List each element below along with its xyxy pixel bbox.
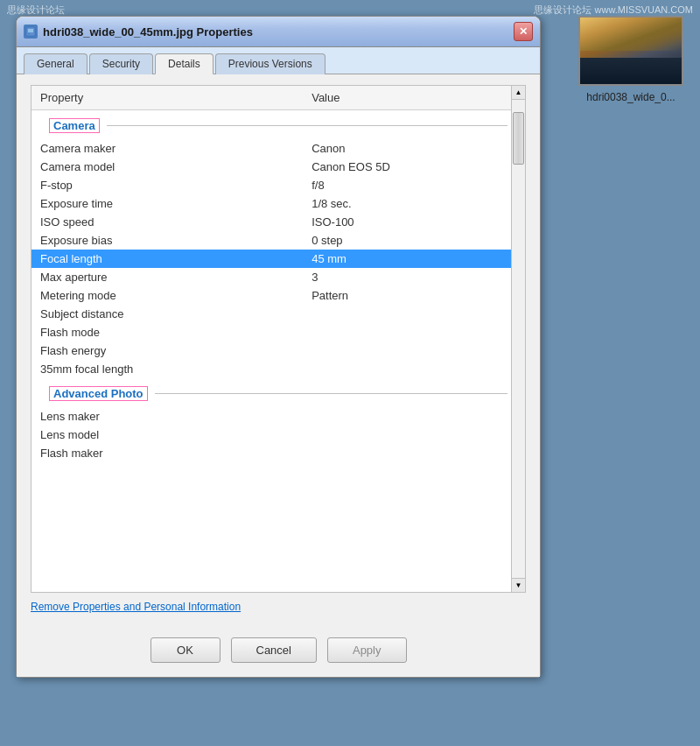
apply-button[interactable]: Apply bbox=[327, 637, 407, 663]
prop-name: Flash mode bbox=[32, 323, 303, 341]
prop-value: ISO-100 bbox=[303, 213, 525, 231]
table-row[interactable]: Advanced Photo bbox=[32, 378, 525, 407]
watermark-right: 思缘设计论坛 www.MISSVUAN.COM bbox=[534, 4, 693, 17]
scrollbar-thumb[interactable] bbox=[513, 112, 524, 165]
table-row[interactable]: Lens model bbox=[32, 426, 525, 444]
prop-name: ISO speed bbox=[32, 213, 303, 231]
prop-name: F-stop bbox=[32, 176, 303, 194]
dialog-icon bbox=[24, 25, 38, 39]
dialog-body: Property Value Camera Camera maker Canon… bbox=[17, 74, 540, 627]
section-header-label: Camera bbox=[49, 118, 100, 133]
prop-value: 3 bbox=[303, 268, 525, 286]
table-row[interactable]: Camera maker Canon bbox=[32, 139, 525, 158]
properties-dialog: hdri038_wide_00_45mm.jpg Properties ✕ Ge… bbox=[16, 16, 541, 678]
section-header-label: Advanced Photo bbox=[49, 386, 148, 401]
props-table-wrapper: Property Value Camera Camera maker Canon… bbox=[32, 86, 525, 592]
prop-name: Lens model bbox=[32, 426, 303, 444]
prop-value: Canon bbox=[303, 139, 525, 158]
table-row[interactable]: Flash mode bbox=[32, 323, 525, 341]
tab-previous-versions[interactable]: Previous Versions bbox=[215, 53, 326, 74]
prop-name: Lens maker bbox=[32, 407, 303, 426]
prop-value bbox=[303, 323, 525, 341]
svg-rect-2 bbox=[28, 33, 30, 34]
tab-details[interactable]: Details bbox=[155, 53, 214, 74]
thumbnail-image bbox=[578, 16, 683, 86]
prop-name: Flash maker bbox=[32, 444, 303, 462]
table-row[interactable]: Camera model Canon EOS 5D bbox=[32, 158, 525, 176]
prop-value bbox=[303, 341, 525, 360]
prop-value bbox=[303, 407, 525, 426]
close-button[interactable]: ✕ bbox=[514, 22, 533, 41]
title-bar: hdri038_wide_00_45mm.jpg Properties ✕ bbox=[17, 17, 540, 47]
prop-name: Focal length bbox=[32, 250, 303, 268]
col-header-property: Property bbox=[32, 86, 303, 110]
scrollbar[interactable]: ▲ ▼ bbox=[511, 86, 525, 592]
table-row[interactable]: Exposure time 1/8 sec. bbox=[32, 194, 525, 213]
prop-value bbox=[303, 305, 525, 323]
table-row[interactable]: Focal length 45 mm bbox=[32, 250, 525, 268]
prop-name: Exposure time bbox=[32, 194, 303, 213]
prop-value bbox=[303, 444, 525, 462]
table-row[interactable]: Lens maker bbox=[32, 407, 525, 426]
ok-button[interactable]: OK bbox=[150, 637, 220, 663]
prop-name: 35mm focal length bbox=[32, 360, 303, 378]
tab-bar: General Security Details Previous Versio… bbox=[17, 47, 540, 74]
table-row[interactable]: 35mm focal length bbox=[32, 360, 525, 378]
scrollbar-up-button[interactable]: ▲ bbox=[512, 86, 525, 100]
button-area: OK Cancel Apply bbox=[17, 627, 540, 677]
tab-security[interactable]: Security bbox=[89, 53, 153, 74]
table-row[interactable]: Exposure bias 0 step bbox=[32, 231, 525, 250]
svg-rect-1 bbox=[28, 29, 33, 32]
prop-value: f/8 bbox=[303, 176, 525, 194]
table-row[interactable]: Flash maker bbox=[32, 444, 525, 462]
table-row[interactable]: Max aperture 3 bbox=[32, 268, 525, 286]
table-row[interactable]: Subject distance bbox=[32, 305, 525, 323]
table-row[interactable]: F-stop f/8 bbox=[32, 176, 525, 194]
properties-container: Property Value Camera Camera maker Canon… bbox=[31, 85, 526, 593]
table-row[interactable]: Metering mode Pattern bbox=[32, 286, 525, 305]
prop-value: 0 step bbox=[303, 231, 525, 250]
watermark-left: 思缘设计论坛 bbox=[7, 4, 65, 17]
prop-name: Camera model bbox=[32, 158, 303, 176]
prop-name: Max aperture bbox=[32, 268, 303, 286]
prop-value: Canon EOS 5D bbox=[303, 158, 525, 176]
properties-table: Property Value Camera Camera maker Canon… bbox=[32, 86, 525, 462]
prop-value bbox=[303, 426, 525, 444]
prop-value: 1/8 sec. bbox=[303, 194, 525, 213]
prop-name: Metering mode bbox=[32, 286, 303, 305]
table-row[interactable]: Flash energy bbox=[32, 341, 525, 360]
prop-value bbox=[303, 360, 525, 378]
prop-name: Subject distance bbox=[32, 305, 303, 323]
cancel-button[interactable]: Cancel bbox=[231, 637, 317, 663]
dialog-title: hdri038_wide_00_45mm.jpg Properties bbox=[43, 25, 508, 39]
table-row[interactable]: Camera bbox=[32, 110, 525, 140]
prop-value: Pattern bbox=[303, 286, 525, 305]
table-row[interactable]: ISO speed ISO-100 bbox=[32, 213, 525, 231]
tab-general[interactable]: General bbox=[24, 53, 88, 74]
prop-name: Camera maker bbox=[32, 139, 303, 158]
thumbnail-panel: hdri0038_wide_0... bbox=[574, 16, 688, 103]
prop-name: Flash energy bbox=[32, 341, 303, 360]
prop-name: Exposure bias bbox=[32, 231, 303, 250]
remove-properties-link[interactable]: Remove Properties and Personal Informati… bbox=[31, 601, 241, 613]
scrollbar-down-button[interactable]: ▼ bbox=[512, 578, 525, 592]
props-link-area: Remove Properties and Personal Informati… bbox=[31, 593, 526, 616]
thumbnail-label: hdri0038_wide_0... bbox=[586, 91, 675, 103]
col-header-value: Value bbox=[303, 86, 525, 110]
prop-value: 45 mm bbox=[303, 250, 525, 268]
